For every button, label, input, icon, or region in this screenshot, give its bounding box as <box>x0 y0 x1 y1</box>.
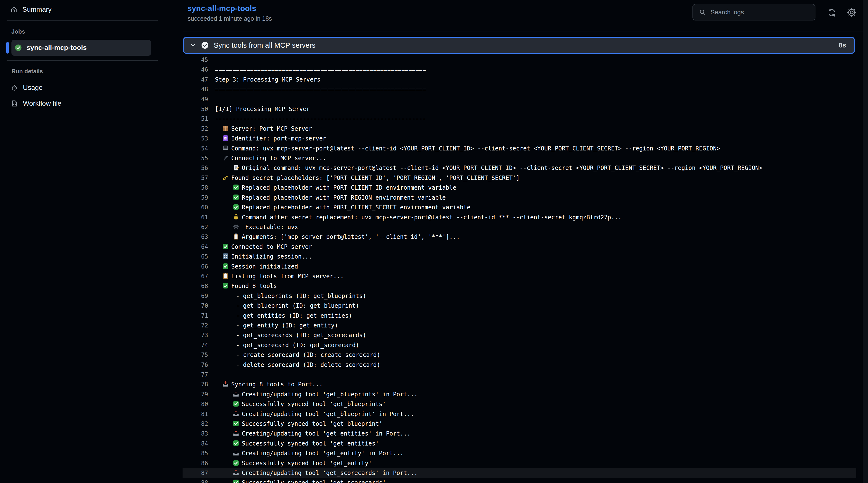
log-line: 70 - get_blueprint (ID: get_blueprint) <box>183 301 856 311</box>
log-line-text: Server: Port MCP Server <box>215 124 312 134</box>
sidebar-item-usage[interactable]: Usage <box>6 80 176 95</box>
log-line-number[interactable]: 82 <box>183 419 215 429</box>
search-logs-input[interactable] <box>710 8 810 16</box>
log-line-number[interactable]: 65 <box>183 252 215 262</box>
log-line-number[interactable]: 78 <box>183 380 215 389</box>
log-settings-gear-icon[interactable] <box>846 7 857 18</box>
log-line-number[interactable]: 84 <box>183 439 215 448</box>
log-line-number[interactable]: 68 <box>183 281 215 291</box>
key-icon <box>222 174 229 181</box>
sidebar-item-job-sync-all-mcp-tools[interactable]: sync-all-mcp-tools <box>11 40 151 56</box>
log-line-number[interactable]: 47 <box>183 75 215 85</box>
log-line-text: Connecting to MCP server... <box>215 153 326 163</box>
file-code-icon <box>11 100 18 107</box>
log-line: 86 Successfully synced tool 'get_entity' <box>183 458 856 468</box>
log-line-number[interactable]: 72 <box>183 321 215 330</box>
log-line-text: Executable: uvx <box>215 222 298 232</box>
log-line-number[interactable]: 71 <box>183 311 215 321</box>
log-line-number[interactable]: 73 <box>183 330 215 340</box>
log-line-number[interactable]: 63 <box>183 232 215 242</box>
check-icon <box>232 194 240 201</box>
log-line-number[interactable]: 54 <box>183 144 215 153</box>
sidebar-divider <box>7 60 158 61</box>
stopwatch-icon <box>11 84 18 91</box>
log-line-text: Replaced placeholder with PORT_REGION en… <box>215 193 446 203</box>
chevron-down-icon[interactable] <box>190 42 196 49</box>
check-icon <box>222 263 229 270</box>
step-group-header[interactable]: Sync tools from all MCP servers 8s <box>183 37 855 54</box>
step-success-icon <box>201 41 209 49</box>
log-line-text: - get_scorecard (ID: get_scorecard) <box>215 340 359 350</box>
log-line-number[interactable]: 79 <box>183 390 215 399</box>
log-line-number[interactable]: 76 <box>183 360 215 370</box>
log-line-number[interactable]: 64 <box>183 242 215 252</box>
log-line: 71 - get_entities (ID: get_entities) <box>183 311 856 321</box>
log-line-number[interactable]: 58 <box>183 183 215 192</box>
log-line-number[interactable]: 46 <box>183 65 215 74</box>
log-line-number[interactable]: 53 <box>183 134 215 143</box>
log-line-number[interactable]: 67 <box>183 271 215 281</box>
log-line-text: IDIdentifier: port-mcp-server <box>215 134 326 143</box>
log-line-number[interactable]: 69 <box>183 291 215 301</box>
log-line-number[interactable]: 55 <box>183 153 215 163</box>
log-line-text: Successfully synced tool 'get_blueprint' <box>215 419 382 429</box>
laptop-icon <box>222 145 229 152</box>
sidebar-item-workflow-file[interactable]: Workflow file <box>6 96 176 111</box>
log-line-number[interactable]: 86 <box>183 458 215 468</box>
log-line: 47Step 3: Processing MCP Servers <box>183 75 856 85</box>
scrollbar-track[interactable] <box>863 0 868 483</box>
log-line-text: Arguments: ['mcp-server-port@latest', '-… <box>215 232 460 242</box>
log-line-number[interactable]: 74 <box>183 340 215 350</box>
log-line-number[interactable]: 81 <box>183 409 215 419</box>
log-line-text: ========================================… <box>215 65 426 74</box>
log-line-number[interactable]: 75 <box>183 350 215 360</box>
log-line-number[interactable]: 45 <box>183 55 215 65</box>
log-line-number[interactable]: 50 <box>183 104 215 114</box>
log-line-text: Command: uvx mcp-server-port@latest --cl… <box>215 144 720 153</box>
log-line-number[interactable]: 77 <box>183 370 215 380</box>
sidebar-item-label: Workflow file <box>23 99 61 108</box>
unlock-icon <box>232 213 240 220</box>
log-line-text: Creating/updating tool 'get_blueprint' i… <box>215 409 414 419</box>
check-icon <box>222 243 229 250</box>
log-line: 60 Replaced placeholder with PORT_CLIENT… <box>183 203 856 212</box>
refresh-logs-button[interactable] <box>827 8 836 17</box>
selected-job-accent-bar <box>6 42 9 54</box>
log-line: 65 Initializing session... <box>183 252 856 262</box>
log-line-number[interactable]: 85 <box>183 448 215 458</box>
log-line-number[interactable]: 80 <box>183 399 215 409</box>
log-line-number[interactable]: 62 <box>183 222 215 232</box>
log-line: 81 Creating/updating tool 'get_blueprint… <box>183 409 856 419</box>
sidebar-item-summary[interactable]: Summary <box>6 2 176 17</box>
log-line-number[interactable]: 83 <box>183 429 215 439</box>
log-line-number[interactable]: 51 <box>183 114 215 124</box>
log-line-number[interactable]: 61 <box>183 213 215 222</box>
sidebar-section-jobs: Jobs <box>11 28 25 35</box>
log-line-number[interactable]: 52 <box>183 124 215 134</box>
log-line-number[interactable]: 60 <box>183 203 215 212</box>
log-panel: 4546====================================… <box>183 55 856 483</box>
log-line-number[interactable]: 66 <box>183 262 215 271</box>
log-line: 58 Replaced placeholder with PORT_CLIENT… <box>183 183 856 192</box>
home-icon <box>10 6 18 13</box>
log-line: 77 <box>183 370 856 380</box>
log-line-number[interactable]: 88 <box>183 478 215 483</box>
log-line-number[interactable]: 70 <box>183 301 215 311</box>
page-title[interactable]: sync-all-mcp-tools <box>187 4 256 13</box>
log-line-number[interactable]: 59 <box>183 193 215 203</box>
log-line-text: Successfully synced tool 'get_scorecards… <box>215 478 386 483</box>
log-line-number[interactable]: 57 <box>183 173 215 183</box>
log-line-text: Replaced placeholder with PORT_CLIENT_SE… <box>215 203 470 212</box>
log-line-text: - get_entities (ID: get_entities) <box>215 311 352 321</box>
log-line: 46======================================… <box>183 65 856 74</box>
log-line: 45 <box>183 55 856 65</box>
log-line-text: Found secret placeholders: ['PORT_CLIENT… <box>215 173 520 183</box>
gear-icon <box>232 223 240 230</box>
log-line: 66 Session initialized <box>183 262 856 271</box>
log-line-number[interactable]: 48 <box>183 85 215 94</box>
log-line: 62 Executable: uvx <box>183 222 856 232</box>
log-line-number[interactable]: 49 <box>183 94 215 104</box>
log-line-number[interactable]: 56 <box>183 163 215 173</box>
outbox-icon <box>222 381 229 388</box>
log-line-number[interactable]: 87 <box>183 468 215 478</box>
